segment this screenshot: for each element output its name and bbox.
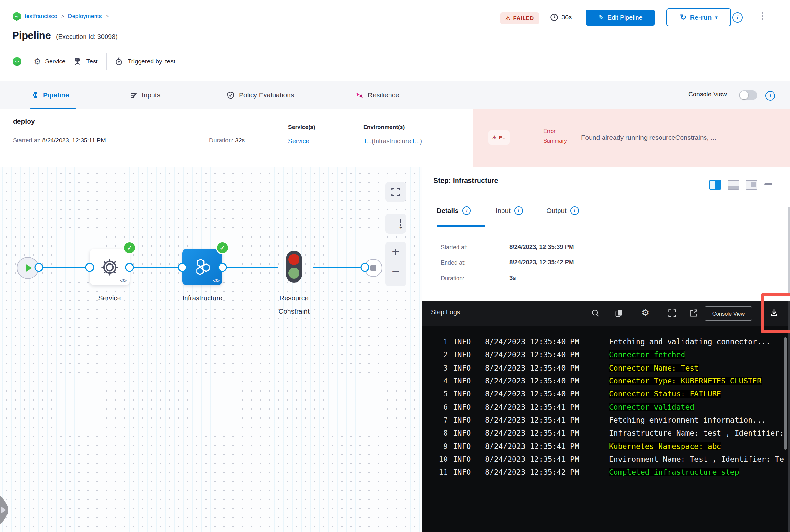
template-code-icon: </> xyxy=(120,278,127,283)
more-options-menu[interactable] xyxy=(761,11,764,21)
console-view-info-button[interactable]: i xyxy=(766,91,775,101)
resource-constraint-node-label: Resource Constraint xyxy=(257,291,331,318)
pipeline-execution-page: ∞ testfrancisco > Deployments > Pipeline… xyxy=(0,0,790,532)
node-port xyxy=(178,263,187,272)
stage-summary-bar: deploy Started at: 8/24/2023, 12:35:11 P… xyxy=(0,109,790,167)
page-title: Pipeline xyxy=(12,30,51,41)
log-lines[interactable]: 1INFO8/24/2023 12:35:40 PMFetching and v… xyxy=(422,335,788,529)
tab-policy-evaluations[interactable]: Policy Evaluations xyxy=(227,81,294,109)
harness-module-icon: ∞ xyxy=(12,12,21,21)
service-gear-icon: ⚙ xyxy=(34,57,41,66)
stopwatch-icon xyxy=(114,57,123,66)
log-line: 5INFO8/24/2023 12:35:40 PMConnector Stat… xyxy=(422,387,788,400)
resilience-icon xyxy=(355,91,364,99)
canvas-fullscreen-button[interactable] xyxy=(385,182,406,202)
log-line: 1INFO8/24/2023 12:35:40 PMFetching and v… xyxy=(422,335,788,348)
log-settings-gear-icon[interactable]: ⚙ xyxy=(641,307,650,317)
input-info-icon[interactable]: i xyxy=(514,207,523,215)
play-icon xyxy=(25,264,32,272)
traffic-light-green xyxy=(289,268,299,279)
open-external-icon[interactable] xyxy=(689,309,698,318)
search-icon[interactable] xyxy=(591,309,600,318)
template-code-icon: </> xyxy=(213,278,220,283)
log-line: 9INFO8/24/2023 12:35:41 PMKubernetes Nam… xyxy=(422,439,788,452)
node-port xyxy=(218,263,227,272)
tab-pipeline[interactable]: Pipeline xyxy=(31,81,69,109)
step-duration-label: Duration: xyxy=(441,275,464,282)
canvas-expand-handle[interactable] xyxy=(0,494,8,526)
edit-pipeline-button[interactable]: ✎ Edit Pipeline xyxy=(586,10,655,25)
pencil-icon: ✎ xyxy=(598,14,604,22)
fullscreen-icon xyxy=(391,187,401,197)
edge-constraint-end xyxy=(313,267,365,268)
execution-info-button[interactable]: i xyxy=(732,12,743,23)
panel-scrollbar[interactable] xyxy=(788,207,790,293)
tab-inputs[interactable]: Inputs xyxy=(129,81,160,109)
infrastructure-node-label: Infrastructure xyxy=(170,291,235,304)
log-fullscreen-icon[interactable] xyxy=(668,309,677,318)
details-info-icon[interactable]: i xyxy=(462,207,471,215)
log-scrollbar[interactable] xyxy=(784,337,787,450)
log-line: 3INFO8/24/2023 12:35:40 PMConnector Name… xyxy=(422,361,788,375)
breadcrumb-separator: > xyxy=(106,13,109,20)
output-info-icon[interactable]: i xyxy=(570,207,579,215)
infrastructure-step-node[interactable]: </> xyxy=(182,249,222,285)
started-at-label: Started at: xyxy=(13,137,40,144)
step-started-label: Started at: xyxy=(441,244,467,251)
minimize-panel-button[interactable] xyxy=(765,184,772,185)
zoom-in-button[interactable]: + xyxy=(385,242,406,262)
chevron-down-icon: ▾ xyxy=(715,14,717,20)
step-logs-panel: Step Logs ⚙ Console View xyxy=(422,301,790,532)
breadcrumb-project-link[interactable]: testfrancisco xyxy=(24,13,57,20)
node-port xyxy=(125,263,134,272)
console-view-toggle[interactable] xyxy=(739,90,757,100)
duration-label: Duration: xyxy=(209,137,234,144)
environment-link[interactable]: T...(Infrastructure:t...) xyxy=(363,137,422,145)
warning-icon: ⚠ xyxy=(492,135,497,140)
service-gear-icon xyxy=(100,257,120,277)
tab-input[interactable]: Input i xyxy=(496,207,523,215)
step-logs-title: Step Logs xyxy=(431,308,460,316)
copy-icon[interactable] xyxy=(614,309,624,318)
node-port xyxy=(35,263,43,272)
triggered-by-label: Triggered by xyxy=(128,58,162,65)
rerun-button[interactable]: ↻ Re-run ▾ xyxy=(666,8,731,26)
environment-name: Test xyxy=(87,58,98,65)
step-ended-label: Ended at: xyxy=(441,260,465,266)
inputs-icon xyxy=(129,91,137,99)
warning-icon: ⚠ xyxy=(506,15,511,21)
refresh-icon: ↻ xyxy=(680,13,687,22)
service-node-label: Service xyxy=(90,291,129,304)
cd-module-icon: ∞ xyxy=(12,57,22,66)
canvas-marquee-select-button[interactable]: + xyxy=(385,213,406,234)
test-environment-icon xyxy=(73,57,82,66)
divider xyxy=(422,227,790,227)
log-line: 4INFO8/24/2023 12:35:40 PMConnector Type… xyxy=(422,375,788,387)
service-link[interactable]: Service xyxy=(288,137,309,145)
tab-details[interactable]: Details i xyxy=(437,207,471,215)
node-port xyxy=(86,263,94,272)
zoom-out-button[interactable]: − xyxy=(385,261,406,281)
execution-tabbar: Pipeline Inputs Policy Evaluations Resil… xyxy=(0,80,790,110)
environments-label: Environment(s) xyxy=(363,124,405,131)
pipeline-icon xyxy=(31,91,39,99)
layout-floating-button[interactable] xyxy=(746,180,757,190)
layout-split-vertical-button[interactable] xyxy=(710,180,721,190)
tab-resilience[interactable]: Resilience xyxy=(355,81,399,109)
step-duration-value: 3s xyxy=(509,274,516,282)
layout-split-horizontal-button[interactable] xyxy=(728,180,739,190)
log-line: 11INFO8/24/2023 12:35:42 PMCompleted inf… xyxy=(422,466,788,479)
pipeline-canvas[interactable]: </> ✓ </> ✓ xyxy=(0,167,422,532)
clock-icon xyxy=(550,13,558,22)
tab-output[interactable]: Output i xyxy=(547,207,579,215)
log-line: 6INFO8/24/2023 12:35:41 PMConnector vali… xyxy=(422,400,788,413)
triggered-by-user-link[interactable]: test xyxy=(165,58,176,65)
console-view-button[interactable]: Console View xyxy=(705,306,752,321)
error-summary-text: Found already running resourceConstrains… xyxy=(581,134,716,141)
divider xyxy=(106,53,107,70)
resource-constraint-node[interactable] xyxy=(286,251,302,283)
service-step-node[interactable]: </> xyxy=(90,249,129,285)
download-highlight-box xyxy=(761,293,790,333)
elapsed-time: 36s xyxy=(550,13,572,22)
breadcrumb-deployments-link[interactable]: Deployments xyxy=(68,13,102,20)
